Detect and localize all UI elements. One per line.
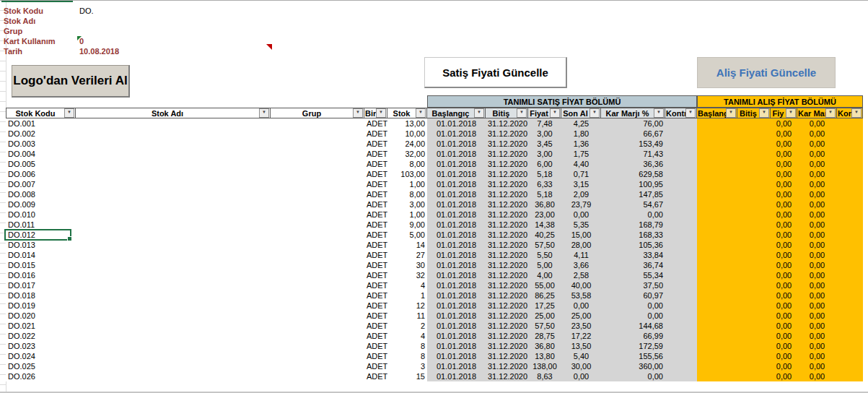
cell-p_price[interactable]: 0,00 <box>771 199 797 210</box>
cell-p_start[interactable] <box>697 159 737 169</box>
cell-unit[interactable]: ADET <box>364 250 387 260</box>
cell-s_end[interactable]: 31.12.2020 <box>486 129 528 139</box>
cell-p_margin[interactable]: 0,00 <box>797 149 837 159</box>
cell-p_start[interactable] <box>697 301 737 311</box>
selected-cell[interactable] <box>4 229 71 241</box>
cell-s_end[interactable]: 31.12.2020 <box>486 199 528 210</box>
cell-s_ctrl[interactable] <box>665 129 697 139</box>
cell-s_end[interactable]: 31.12.2020 <box>486 210 528 220</box>
info-value[interactable]: DO. <box>79 6 94 16</box>
filter-dropdown-icon[interactable]: ▼ <box>759 108 769 118</box>
cell-s_ctrl[interactable] <box>665 321 697 331</box>
cell-code[interactable]: DO.018 <box>6 290 76 301</box>
cell-name[interactable] <box>76 290 271 301</box>
cell-p_start[interactable] <box>697 290 737 301</box>
cell-unit[interactable]: ADET <box>364 220 387 230</box>
cell-s_price[interactable]: 14,38 <box>528 220 561 230</box>
cell-p_end[interactable] <box>737 280 771 290</box>
cell-p_margin[interactable]: 0,00 <box>797 240 837 250</box>
cell-s_start[interactable]: 01.01.2018 <box>427 311 486 321</box>
cell-p_start[interactable] <box>697 270 737 280</box>
cell-p_start[interactable] <box>697 139 737 149</box>
cell-s_margin[interactable]: 168,79 <box>601 220 665 230</box>
cell-unit[interactable]: ADET <box>364 270 387 280</box>
cell-s_last[interactable]: 40,00 <box>561 280 601 290</box>
cell-s_price[interactable]: 7,48 <box>528 118 561 129</box>
cell-p_start[interactable] <box>697 179 737 189</box>
cell-s_start[interactable]: 01.01.2018 <box>427 270 486 280</box>
cell-s_start[interactable]: 01.01.2018 <box>427 290 486 301</box>
cell-s_end[interactable]: 31.12.2020 <box>486 351 528 361</box>
cell-s_start[interactable]: 01.01.2018 <box>427 118 486 129</box>
cell-s_start[interactable]: 01.01.2018 <box>427 240 486 250</box>
cell-s_last[interactable]: 1,36 <box>561 139 601 149</box>
cell-s_price[interactable]: 5,00 <box>528 260 561 270</box>
cell-s_price[interactable]: 55,00 <box>528 280 561 290</box>
cell-stock[interactable]: 1,00 <box>387 179 427 189</box>
cell-code[interactable]: DO.023 <box>6 341 76 351</box>
cell-stock[interactable]: 1 <box>387 290 427 301</box>
cell-stock[interactable]: 30 <box>387 260 427 270</box>
cell-s_end[interactable]: 31.12.2020 <box>486 331 528 341</box>
cell-s_last[interactable]: 4,11 <box>561 250 601 260</box>
cell-p_start[interactable] <box>697 210 737 220</box>
cell-s_last[interactable]: 2,58 <box>561 270 601 280</box>
cell-s_margin[interactable]: 36,74 <box>601 260 665 270</box>
cell-unit[interactable]: ADET <box>364 230 387 240</box>
cell-s_end[interactable]: 31.12.2020 <box>486 371 528 381</box>
cell-p_margin[interactable]: 0,00 <box>797 331 837 341</box>
cell-s_margin[interactable]: 76,00 <box>601 118 665 129</box>
cell-p_end[interactable] <box>737 331 771 341</box>
cell-name[interactable] <box>76 301 271 311</box>
cell-p_ctrl[interactable] <box>837 260 863 270</box>
cell-s_start[interactable]: 01.01.2018 <box>427 210 486 220</box>
cell-p_price[interactable]: 0,00 <box>771 118 797 129</box>
cell-p_start[interactable] <box>697 321 737 331</box>
cell-s_start[interactable]: 01.01.2018 <box>427 139 486 149</box>
cell-s_start[interactable]: 01.01.2018 <box>427 149 486 159</box>
cell-name[interactable] <box>76 199 271 210</box>
cell-s_ctrl[interactable] <box>665 260 697 270</box>
cell-s_price[interactable]: 5,18 <box>528 169 561 179</box>
cell-stock[interactable]: 2 <box>387 321 427 331</box>
cell-p_ctrl[interactable] <box>837 371 863 381</box>
cell-stock[interactable]: 8 <box>387 351 427 361</box>
cell-s_start[interactable]: 01.01.2018 <box>427 129 486 139</box>
cell-p_ctrl[interactable] <box>837 331 863 341</box>
cell-p_end[interactable] <box>737 270 771 280</box>
cell-p_ctrl[interactable] <box>837 280 863 290</box>
cell-s_ctrl[interactable] <box>665 361 697 371</box>
cell-p_price[interactable]: 0,00 <box>771 179 797 189</box>
cell-unit[interactable]: ADET <box>364 341 387 351</box>
cell-p_margin[interactable]: 0,00 <box>797 169 837 179</box>
cell-s_price[interactable]: 23,00 <box>528 210 561 220</box>
cell-group[interactable] <box>271 270 364 280</box>
cell-unit[interactable]: ADET <box>364 169 387 179</box>
cell-unit[interactable]: ADET <box>364 240 387 250</box>
purchase-price-update-button[interactable]: Aliş Fiyati Güncelle <box>697 57 836 88</box>
cell-s_last[interactable]: 13,50 <box>561 341 601 351</box>
cell-code[interactable]: DO.016 <box>6 270 76 280</box>
cell-s_end[interactable]: 31.12.2020 <box>486 220 528 230</box>
cell-name[interactable] <box>76 169 271 179</box>
cell-p_margin[interactable]: 0,00 <box>797 210 837 220</box>
cell-group[interactable] <box>271 169 364 179</box>
cell-p_start[interactable] <box>697 250 737 260</box>
cell-p_ctrl[interactable] <box>837 179 863 189</box>
cell-s_last[interactable]: 0,00 <box>561 210 601 220</box>
cell-s_margin[interactable]: 153,49 <box>601 139 665 149</box>
cell-name[interactable] <box>76 149 271 159</box>
filter-dropdown-icon[interactable]: ▼ <box>550 108 560 118</box>
cell-s_last[interactable]: 23,50 <box>561 321 601 331</box>
cell-p_start[interactable] <box>697 361 737 371</box>
cell-s_ctrl[interactable] <box>665 149 697 159</box>
cell-s_ctrl[interactable] <box>665 280 697 290</box>
cell-s_start[interactable]: 01.01.2018 <box>427 351 486 361</box>
cell-p_margin[interactable]: 0,00 <box>797 250 837 260</box>
cell-s_last[interactable]: 5,40 <box>561 351 601 361</box>
cell-p_margin[interactable]: 0,00 <box>797 129 837 139</box>
cell-s_last[interactable]: 1,80 <box>561 129 601 139</box>
cell-unit[interactable]: ADET <box>364 371 387 381</box>
cell-s_last[interactable]: 23,79 <box>561 199 601 210</box>
cell-p_end[interactable] <box>737 199 771 210</box>
